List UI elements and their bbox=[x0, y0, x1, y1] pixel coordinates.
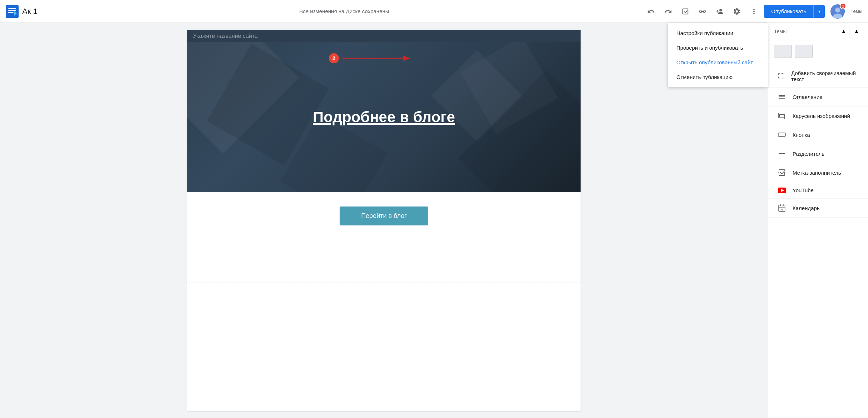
avatar-container: 1 bbox=[828, 4, 845, 19]
color-swatch-2[interactable] bbox=[795, 45, 813, 58]
youtube-label: YouTube bbox=[793, 187, 814, 193]
settings-button[interactable] bbox=[730, 4, 744, 19]
svg-rect-0 bbox=[6, 5, 19, 18]
hero-section: Подробнее в блоге bbox=[187, 42, 581, 192]
sites-logo-icon bbox=[6, 5, 19, 18]
sidebar-item-divider[interactable]: Разделитель bbox=[768, 144, 868, 163]
youtube-icon bbox=[777, 188, 787, 193]
toc-icon bbox=[777, 93, 787, 101]
topbar-actions: Опубликовать ▾ 1 Темы bbox=[644, 4, 862, 19]
sidebar-item-calendar[interactable]: 31 Календарь bbox=[768, 199, 868, 218]
dropdown-item-open-site[interactable]: Открыть опубликованный сайт bbox=[668, 55, 768, 70]
dropdown-item-settings[interactable]: Настройки публикации bbox=[668, 26, 768, 40]
chevron-down-icon: ▾ bbox=[818, 9, 820, 14]
svg-point-5 bbox=[835, 8, 840, 13]
calendar-icon: 31 bbox=[777, 204, 787, 212]
topbar-center: Все изменения на Диске сохранены bbox=[45, 8, 644, 14]
svg-text:31: 31 bbox=[780, 208, 783, 211]
color-swatch-1[interactable] bbox=[774, 45, 792, 58]
site-header-bar: Укажите название сайта bbox=[187, 30, 581, 42]
theme-arrow-down-button[interactable]: ▲ bbox=[851, 26, 862, 37]
sidebar-item-collapsible[interactable]: Добавить сворачиваемый текст bbox=[768, 65, 868, 88]
link-button[interactable] bbox=[695, 4, 710, 19]
sidebar-header-area: Темы ▲ ▲ bbox=[768, 23, 868, 40]
themes-arrow-group: ▲ ▲ bbox=[838, 26, 862, 37]
sidebar-item-toc[interactable]: Оглавление bbox=[768, 88, 868, 106]
themes-tab-top: Темы bbox=[850, 9, 862, 14]
carousel-label: Карусель изображений bbox=[793, 113, 850, 119]
button-icon bbox=[777, 130, 787, 139]
add-person-button[interactable] bbox=[712, 4, 727, 19]
empty-section bbox=[187, 240, 581, 283]
saved-status: Все изменения на Диске сохранены bbox=[299, 8, 389, 14]
sidebar-item-placeholder[interactable]: Метка-заполнитель bbox=[768, 163, 868, 182]
collapsible-label: Добавить сворачиваемый текст bbox=[791, 70, 859, 82]
placeholder-label: Метка-заполнитель bbox=[793, 170, 841, 176]
site-frame: Укажите название сайта Подробнее в блоге… bbox=[187, 30, 581, 411]
publish-button[interactable]: Опубликовать bbox=[764, 5, 813, 18]
calendar-label: Календарь bbox=[793, 205, 820, 211]
svg-rect-3 bbox=[8, 12, 13, 13]
redo-button[interactable] bbox=[661, 4, 675, 19]
collapsible-icon bbox=[777, 72, 785, 80]
divider-label: Разделитель bbox=[793, 151, 824, 157]
themes-label-top: Темы bbox=[850, 9, 862, 14]
undo-button[interactable] bbox=[644, 4, 658, 19]
dropdown-item-review[interactable]: Проверить и опубликовать bbox=[668, 40, 768, 55]
topbar: Ак 1 Все изменения на Диске сохранены Оп… bbox=[0, 0, 868, 23]
toc-label: Оглавление bbox=[793, 94, 823, 100]
notification-badge: 1 bbox=[840, 3, 846, 9]
cta-button[interactable]: Перейти в блог bbox=[340, 206, 428, 225]
content-section: Перейти в блог bbox=[187, 192, 581, 240]
svg-rect-1 bbox=[8, 8, 16, 9]
button-label: Кнопка bbox=[793, 132, 810, 138]
right-sidebar: Темы ▲ ▲ Добавить сворачиваемый текст bbox=[768, 23, 868, 418]
sidebar-item-button[interactable]: Кнопка bbox=[768, 125, 868, 144]
color-swatches-area bbox=[768, 40, 868, 62]
hero-title[interactable]: Подробнее в блоге bbox=[313, 109, 455, 126]
doc-title[interactable]: Ак 1 bbox=[22, 7, 38, 16]
logo-area: Ак 1 bbox=[6, 5, 38, 18]
publish-dropdown-button[interactable]: ▾ bbox=[813, 5, 825, 18]
svg-rect-2 bbox=[8, 10, 16, 11]
more-button[interactable] bbox=[747, 4, 761, 19]
themes-label: Темы bbox=[774, 29, 786, 34]
svg-rect-7 bbox=[778, 133, 785, 136]
sidebar-item-carousel[interactable]: Карусель изображений bbox=[768, 106, 868, 125]
dropdown-item-unpublish[interactable]: Отменить публикацию bbox=[668, 70, 768, 84]
site-name-placeholder[interactable]: Укажите название сайта bbox=[193, 33, 258, 39]
theme-arrow-up-button[interactable]: ▲ bbox=[838, 26, 849, 37]
carousel-icon bbox=[777, 111, 787, 120]
sidebar-item-youtube[interactable]: YouTube bbox=[768, 182, 868, 199]
publish-group: Опубликовать ▾ bbox=[764, 5, 825, 18]
publish-dropdown-menu: Настройки публикации Проверить и опублик… bbox=[668, 23, 768, 87]
placeholder-icon bbox=[777, 168, 787, 177]
insert-section: Добавить сворачиваемый текст Оглавление … bbox=[768, 62, 868, 220]
preview-button[interactable] bbox=[678, 4, 692, 19]
divider-icon bbox=[777, 149, 787, 158]
editor-area: Укажите название сайта Подробнее в блоге… bbox=[0, 23, 768, 418]
